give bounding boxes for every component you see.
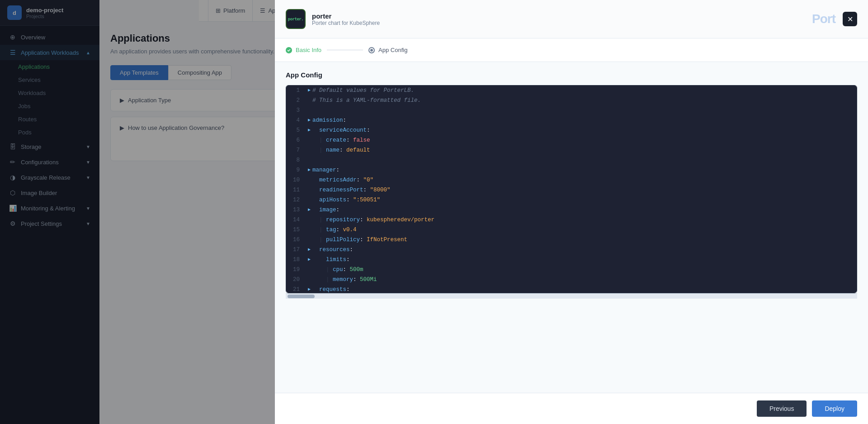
- code-line-12: 12 apiHosts: ":50051": [286, 195, 488, 205]
- step-app-config: App Config: [368, 47, 407, 53]
- step-connector: [327, 50, 363, 50]
- modal: porter. porter Porter chart for KubeSphe…: [275, 0, 488, 424]
- code-editor[interactable]: 1 ▶ # Default values for PorterLB. 2 # T…: [286, 85, 488, 293]
- scroll-thumb: [288, 295, 315, 298]
- code-line-14: 14 | repository: kubespheredev/porter: [286, 215, 488, 225]
- app-description: Porter chart for KubeSphere: [312, 20, 380, 26]
- modal-app-info: porter. porter Porter chart for KubeSphe…: [286, 9, 380, 29]
- code-line-18: 18 ▶ limits:: [286, 255, 488, 265]
- steps-bar: Basic Info App Config: [275, 38, 488, 62]
- horizontal-scrollbar[interactable]: [286, 293, 488, 299]
- modal-header: porter. porter Porter chart for KubeSphe…: [275, 0, 488, 38]
- code-line-19: 19 | cpu: 500m: [286, 265, 488, 275]
- step-dot-basic-info: [286, 47, 292, 53]
- modal-footer: Previous Deploy: [275, 393, 488, 424]
- code-line-8: 8: [286, 155, 488, 165]
- code-line-21: 21 ▶ requests:: [286, 285, 488, 293]
- app-details: porter Porter chart for KubeSphere: [312, 12, 380, 26]
- code-line-2: 2 # This is a YAML-formatted file.: [286, 95, 488, 105]
- modal-section-title: App Config: [286, 71, 488, 79]
- app-logo: porter.: [286, 9, 306, 29]
- step-dot-inner: [370, 49, 373, 52]
- app-name: porter: [312, 12, 380, 20]
- modal-overlay: porter. porter Porter chart for KubeSphe…: [99, 0, 488, 424]
- code-line-15: 15 | tag: v0.4: [286, 225, 488, 235]
- step-basic-info: Basic Info: [286, 47, 321, 53]
- code-line-5: 5 ▶ serviceAccount:: [286, 125, 488, 135]
- modal-spacer: [99, 0, 275, 424]
- code-line-20: 20 | memory: 500Mi: [286, 275, 488, 285]
- step-label-basic-info: Basic Info: [296, 47, 321, 53]
- step-label-app-config: App Config: [378, 47, 407, 53]
- code-line-7: 7 | name: default: [286, 145, 488, 155]
- code-line-6: 6 | create: false: [286, 135, 488, 145]
- code-line-13: 13 ▶ image:: [286, 205, 488, 215]
- code-line-16: 16 | pullPolicy: IfNotPresent: [286, 235, 488, 245]
- code-line-11: 11 readinessPort: "8000": [286, 185, 488, 195]
- code-line-4: 4 ▶ admission:: [286, 115, 488, 125]
- code-line-9: 9 ▶ manager:: [286, 165, 488, 175]
- app-layout: d demo-project Projects ⊕ Overview ☰ App…: [0, 0, 488, 424]
- modal-body: App Config 1 ▶ # Default values for Port…: [275, 62, 488, 393]
- right-panel: ⊞ Platform ☰ App Store ◈ Workbench Appli…: [99, 0, 488, 424]
- step-dot-app-config: [368, 47, 375, 53]
- code-line-10: 10 metricsAddr: "0": [286, 175, 488, 185]
- code-line-17: 17 ▶ resources:: [286, 245, 488, 255]
- code-line-1: 1 ▶ # Default values for PorterLB.: [286, 86, 488, 95]
- code-line-3: 3: [286, 105, 488, 115]
